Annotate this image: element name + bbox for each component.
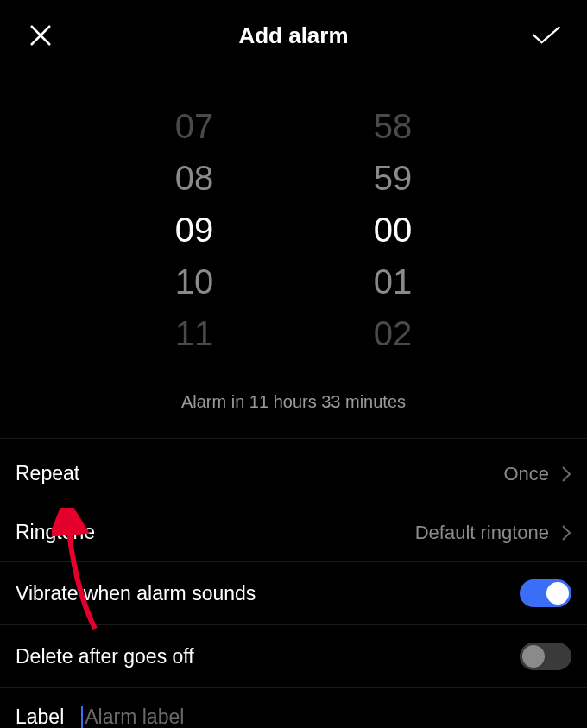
time-picker[interactable]: 07 08 09 10 11 58 59 00 01 02	[0, 71, 587, 371]
chevron-right-icon	[561, 465, 571, 483]
label-field-label: Label	[16, 706, 64, 728]
hour-option[interactable]: 10	[164, 261, 224, 302]
ringtone-value: Default ringtone	[415, 522, 549, 544]
hour-selected[interactable]: 09	[164, 209, 224, 250]
ringtone-value-container: Default ringtone	[415, 522, 571, 544]
minute-picker[interactable]: 58 59 00 01 02	[363, 105, 423, 354]
close-icon[interactable]	[24, 19, 57, 52]
repeat-value: Once	[503, 463, 549, 485]
ringtone-label: Ringtone	[16, 521, 95, 544]
header: Add alarm	[0, 0, 587, 71]
label-row: Label Alarm label	[0, 688, 587, 728]
confirm-icon[interactable]	[530, 19, 563, 52]
minute-option[interactable]: 01	[363, 261, 423, 302]
alarm-countdown: Alarm in 11 hours 33 minutes	[0, 371, 587, 438]
page-title: Add alarm	[238, 22, 348, 49]
text-cursor	[81, 706, 83, 729]
minute-option[interactable]: 59	[363, 157, 423, 199]
repeat-row[interactable]: Repeat Once	[0, 445, 587, 503]
repeat-value-container: Once	[503, 463, 571, 485]
minute-option[interactable]: 02	[363, 313, 423, 354]
vibrate-row: Vibrate when alarm sounds	[0, 562, 587, 625]
vibrate-toggle[interactable]	[520, 579, 571, 607]
repeat-label: Repeat	[16, 462, 79, 485]
delete-after-row: Delete after goes off	[0, 625, 587, 688]
label-input[interactable]: Alarm label	[81, 706, 571, 728]
delete-after-toggle[interactable]	[520, 643, 571, 670]
minute-selected[interactable]: 00	[363, 209, 423, 250]
toggle-knob	[522, 645, 545, 668]
toggle-knob	[546, 582, 569, 605]
label-placeholder: Alarm label	[85, 706, 184, 728]
hour-option[interactable]: 07	[164, 105, 224, 147]
section-divider	[0, 438, 587, 445]
settings-list: Repeat Once Ringtone Default ringtone Vi…	[0, 445, 587, 728]
hour-option[interactable]: 11	[164, 313, 224, 354]
vibrate-label: Vibrate when alarm sounds	[16, 582, 256, 605]
chevron-right-icon	[561, 524, 571, 541]
ringtone-row[interactable]: Ringtone Default ringtone	[0, 503, 587, 562]
delete-after-label: Delete after goes off	[16, 645, 194, 668]
hour-option[interactable]: 08	[164, 157, 224, 199]
hour-picker[interactable]: 07 08 09 10 11	[164, 105, 224, 354]
minute-option[interactable]: 58	[363, 105, 423, 147]
